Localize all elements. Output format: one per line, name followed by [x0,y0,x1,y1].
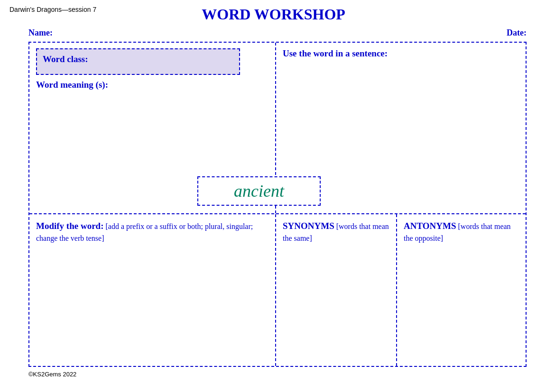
word-meaning-label: Word meaning (s): [36,80,268,90]
modify-heading: Modify the word: [add a prefix or a suff… [36,220,268,244]
word-class-box: Word class: [36,48,240,75]
antonyms-heading: ANTONYMS [words that mean the opposite] [404,220,519,244]
name-label: Name: [28,28,53,38]
name-date-row: Name: Date: [28,28,527,38]
footer: ©KS2Gems 2022 [28,371,546,378]
central-word: ancient [234,182,284,201]
session-label: Darwin's Dragons—session 7 [9,6,96,13]
top-section: Word class: Word meaning (s): ancient Us… [29,43,526,214]
modify-panel: Modify the word: [add a prefix or a suff… [29,214,276,366]
top-bar: Darwin's Dragons—session 7 WORD WORKSHOP [9,6,546,23]
central-word-box: ancient [197,176,321,206]
left-panel: Word class: Word meaning (s): ancient [29,43,276,213]
date-label: Date: [507,28,527,38]
synonyms-bold: SYNONYMS [283,221,334,231]
word-class-label: Word class: [43,54,88,64]
synonyms-panel: SYNONYMS [words that mean the same] [276,214,397,366]
bottom-section: Modify the word: [add a prefix or a suff… [29,214,526,366]
use-sentence-label: Use the word in a sentence: [283,48,519,59]
synonyms-heading: SYNONYMS [words that mean the same] [283,220,389,244]
antonyms-panel: ANTONYMS [words that mean the opposite] [397,214,526,366]
modify-bold: Modify the word: [36,221,103,231]
copyright-text: ©KS2Gems 2022 [28,371,76,378]
page-title: WORD WORKSHOP [96,6,451,23]
antonyms-bold: ANTONYMS [404,221,456,231]
main-container: Word class: Word meaning (s): ancient Us… [28,42,527,367]
